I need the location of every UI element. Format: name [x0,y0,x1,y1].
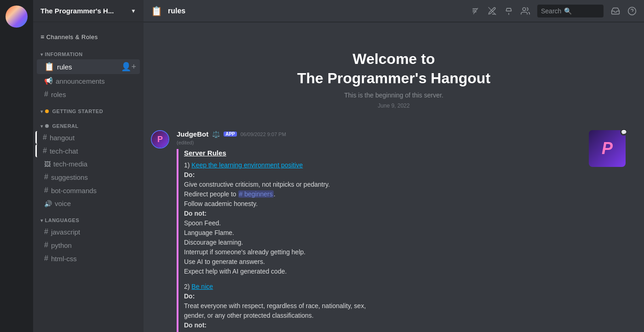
message-timestamp: 06/09/2022 9:07 PM [241,132,286,137]
members-icon[interactable] [521,6,530,16]
rule-1-donot-3: Discourage learning. [184,239,243,246]
chevron-icon: ▾ [40,109,43,114]
server-header[interactable]: The Programmer's H... ▼ [33,0,144,22]
rule-2-do-1: Treat everyone with respect, regardless … [184,302,366,309]
image-icon: 🖼 [44,160,51,168]
chevron-down-icon: ▼ [131,8,136,14]
add-member-icon[interactable]: 👤+ [121,62,136,72]
channel-hangout[interactable]: # hangout [35,131,140,144]
rule-2-do-2: gender, or any other protected classific… [184,312,314,319]
server-icon[interactable] [6,6,28,28]
message-group: P JudgeBot ⚖️ APP 06/09/2022 9:07 PM (ed… [144,123,644,332]
topbar-channel-name: rules [168,7,185,15]
search-icon: 🔍 [564,7,572,15]
channel-sidebar: The Programmer's H... ▼ ≡ Channels & Rol… [33,0,144,332]
category-getting-started[interactable]: ▾ GETTING STARTED [33,101,144,116]
judge-tag: ⚖️ [212,131,220,138]
rule-1-number: 1) [184,161,191,169]
avatar: P [151,130,169,149]
server-strip [0,0,33,332]
topbar-icons: Search 🔍 [471,5,637,17]
rule-1-donot-2: Language Flame. [184,229,234,236]
topbar: 📋 rules [144,0,644,22]
category-label: LANGUAGES [45,218,80,223]
beginners-mention[interactable]: # beginners [238,190,274,198]
server-thumbnail: P 💬 [589,130,626,167]
help-icon[interactable] [627,6,637,16]
channel-python[interactable]: # python [37,239,140,252]
rule-1-do-2: Redirect people to [184,190,238,198]
server-thumbnail-p: P [602,139,613,158]
channel-announcements[interactable]: 📢 announcements [37,74,140,87]
hash-icon: # [43,133,47,142]
svg-point-6 [523,7,526,11]
rule-1-do-1: Give constructive criticism, not nitpick… [184,181,330,188]
message-author[interactable]: JudgeBot [177,130,208,138]
hash-icon: # [44,90,48,98]
category-information[interactable]: ▾ INFORMATION [33,44,144,59]
channel-javascript[interactable]: # javascript [37,225,140,238]
topbar-channel-icon: 📋 [151,6,162,17]
hash-icon: # [43,147,47,155]
message-edited: (edited) [177,140,637,145]
rules-title: Server Rules [184,149,637,157]
rule-2-donot: Do not: [184,321,207,329]
hash-icon: # [44,228,48,236]
channel-name: bot-commands [51,187,97,195]
app-badge: APP [224,132,237,137]
rule-1-do-3: Follow academic honesty. [184,200,258,207]
rule-2: 2) Be nice Do: Treat everyone with respe… [184,282,637,332]
channel-name: javascript [51,228,80,236]
rule-2-number: 2) [184,283,191,290]
hash-icon: # [44,173,48,181]
channel-roles[interactable]: # roles [37,88,140,101]
welcome-title: Welcome toThe Programmer's Hangout [153,50,635,88]
hash-icon: # [44,241,48,249]
dot-gray [45,124,49,128]
rule-2-link[interactable]: Be nice [191,283,213,290]
speaker-icon: 🔊 [44,200,52,207]
rule-1-donot: Do not: [184,210,207,217]
channel-bot-commands[interactable]: # bot-commands [37,184,140,197]
channels-roles-header[interactable]: ≡ Channels & Roles [33,26,144,42]
rules-block: Server Rules 1) Keep the learning enviro… [177,149,637,332]
rule-1-donot-4: Interrupt if someone's already getting h… [184,248,305,256]
rule-1-link[interactable]: Keep the learning environment positive [191,161,303,169]
welcome-date: June 9, 2022 [153,103,635,109]
channel-html-css[interactable]: # html-css [37,252,140,265]
category-general[interactable]: ▾ GENERAL [33,116,144,131]
channel-tech-chat[interactable]: # tech-chat [35,144,140,157]
channel-voice[interactable]: 🔊 voice [37,197,140,210]
channel-name: python [51,241,72,249]
search-bar[interactable]: Search 🔍 [537,5,604,17]
channel-rules[interactable]: 📋 rules 👤+ [37,59,140,74]
category-label: GETTING STARTED [52,109,104,114]
chevron-icon: ▾ [40,124,43,129]
rule-1-donot-6: Expect help with AI generated code. [184,268,287,275]
hash-icon: 📋 [44,62,54,72]
category-label: GENERAL [52,123,79,129]
category-languages[interactable]: ▾ LANGUAGES [33,210,144,225]
pin-icon[interactable] [504,6,513,16]
server-name: The Programmer's H... [40,7,114,15]
message-content: JudgeBot ⚖️ APP 06/09/2022 9:07 PM (edit… [177,130,637,332]
category-label: INFORMATION [45,52,83,57]
chevron-icon: ▾ [40,218,43,223]
messages-area: Welcome toThe Programmer's Hangout This … [144,22,644,332]
inbox-icon[interactable] [611,6,620,16]
threads-icon[interactable] [471,6,480,16]
channel-tech-media[interactable]: 🖼 tech-media [37,158,140,170]
channel-name: suggestions [51,173,88,181]
channel-suggestions[interactable]: # suggestions [37,171,140,183]
channel-name: html-css [51,255,77,263]
message-header: JudgeBot ⚖️ APP 06/09/2022 9:07 PM [177,130,637,138]
server-thumbnail-bubble: 💬 [620,128,627,136]
chevron-icon: ▾ [40,52,43,57]
edit-icon[interactable] [488,6,497,16]
hash-icon: # [44,254,48,263]
channel-name: announcements [56,77,105,85]
rule-1: 1) Keep the learning environment positiv… [184,160,637,276]
channel-name: rules [57,63,72,71]
rule-2-do: Do: [184,292,195,300]
megaphone-icon: 📢 [44,77,53,85]
